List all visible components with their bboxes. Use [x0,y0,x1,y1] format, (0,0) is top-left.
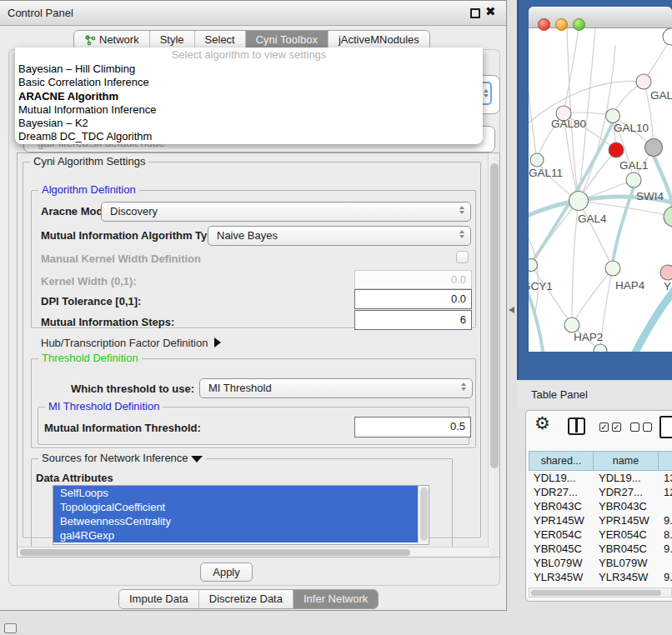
attribute-item-selected[interactable]: SelfLoops [53,486,418,500]
algorithm-option[interactable]: Mutual Information Inference [15,103,483,117]
mi-type-combobox[interactable]: Naive Bayes [208,226,471,246]
tab-style[interactable]: Style [150,31,195,49]
network-node[interactable] [645,139,663,157]
attribute-item-selected[interactable]: gal4RGexp [53,528,418,542]
control-panel-titlebar[interactable]: Control Panel ✖ [0,1,506,26]
tab-cyni-toolbox[interactable]: Cyni Toolbox [246,31,328,49]
manual-kernel-checkbox[interactable] [456,251,469,263]
apply-label: Apply [213,566,240,578]
network-node[interactable] [663,28,672,45]
unchecked-checkbox-icon[interactable] [630,422,639,432]
tab-select[interactable]: Select [195,31,246,49]
scrollbar-thumb[interactable] [531,590,661,596]
node-label: SWI4 [636,190,664,202]
table-panel: ⚙ ✓ ✓ shared...nameA YDL19...YDL19...13Y… [525,410,672,602]
algorithm-option[interactable]: ARACNE Algorithm [15,90,483,103]
table-row[interactable]: YLR345WYLR345W9. [529,570,672,584]
table-horizontal-scrollbar[interactable] [529,588,672,598]
algorithm-option[interactable]: Bayesian – Hill Climbing [15,62,483,76]
table-body[interactable]: YDL19...YDL19...13YDR27...YDR27...12YBR0… [529,471,672,588]
network-node[interactable] [636,74,651,89]
mi-steps-field[interactable]: 6 [354,310,472,330]
gear-icon[interactable]: ⚙ [534,413,550,433]
tab-infer-network[interactable]: Infer Network [293,590,378,608]
table-row[interactable]: YBR043CYBR043C [529,499,672,513]
algorithm-option[interactable]: Bayesian – K2 [15,117,483,130]
collapse-down-icon [191,456,203,462]
table-row[interactable]: YPR145WYPR145W9. [529,513,672,528]
algorithm-option[interactable]: Dream8 DC_TDC Algorithm [15,130,483,143]
vertical-scrollbar[interactable] [488,153,499,548]
zoom-traffic-light-icon[interactable] [573,18,585,31]
network-node[interactable] [609,142,624,158]
apply-button[interactable]: Apply [200,562,253,582]
network-canvas[interactable]: GALGAL80GAL10GAL11GAL1SWI4GAL4GCY1HAP4YH… [529,28,672,352]
checked-checkbox-icon[interactable]: ✓ [599,422,609,432]
scrollbar-thumb[interactable] [420,488,428,541]
network-edge[interactable] [529,62,537,160]
network-node[interactable] [529,259,538,272]
attribute-item-selected[interactable]: TopologicalCoefficient [53,500,418,514]
column-view-icon[interactable] [568,418,585,435]
tab-label: Style [160,31,184,49]
sources-toggle[interactable]: Sources for Network Inference [38,452,206,464]
network-node[interactable] [594,344,607,352]
table-header-row[interactable]: shared...nameA [529,451,672,471]
float-window-icon[interactable] [470,8,480,18]
column-header[interactable]: A [659,451,672,471]
dpi-tolerance-field[interactable]: 0.0 [354,289,472,309]
table-row[interactable]: YDR27...YDR27...12 [529,485,672,499]
scrollbar-thumb[interactable] [20,549,410,556]
group-title: Cyni Algorithm Settings [30,155,148,168]
tab-discretize-data[interactable]: Discretize Data [199,590,293,608]
hub-definition-toggle[interactable]: Hub/Transcription Factor Definition [41,337,221,349]
table-panel-titlebar[interactable]: Table Panel [517,382,672,408]
table-row[interactable]: YBL079WYBL079W [529,556,672,570]
network-edge[interactable] [572,268,613,325]
attribute-item-selected[interactable]: BetweennessCentrality [53,514,418,528]
network-node[interactable] [664,207,672,227]
tab-network[interactable]: Network [74,31,150,49]
network-view-window: GALGAL80GAL10GAL11GAL1SWI4GAL4GCY1HAP4YH… [529,7,672,352]
mi-threshold-field[interactable]: 0.5 [354,417,471,438]
network-edge[interactable] [579,201,613,268]
horizontal-scrollbar[interactable] [18,547,489,557]
network-node[interactable] [606,109,620,123]
network-node[interactable] [660,265,672,280]
node-label: GAL1 [619,159,649,172]
network-edge[interactable] [620,287,672,352]
scrollbar-thumb[interactable] [490,163,499,468]
network-node[interactable] [569,192,589,211]
tab-jactivemnodules[interactable]: jActiveMNodules [328,31,429,49]
tab-impute-data[interactable]: Impute Data [119,590,199,608]
table-row[interactable]: YDL19...YDL19...13 [529,471,672,485]
network-edge[interactable] [564,28,579,113]
table-row[interactable]: YER054CYER054C8. [529,528,672,542]
network-window-titlebar[interactable] [529,7,672,28]
unchecked-checkbox-icon[interactable] [643,422,652,432]
table-cell: 9. [659,513,672,528]
network-node[interactable] [605,261,620,276]
checked-checkbox-icon[interactable]: ✓ [612,422,621,432]
kernel-width-field[interactable]: 0.0 [354,270,472,289]
document-icon[interactable] [659,416,672,438]
table-row[interactable]: YBR045CYBR045C9. [529,542,672,556]
close-traffic-light-icon[interactable] [538,18,550,31]
network-edge[interactable] [654,156,672,213]
which-threshold-combobox[interactable]: MI Threshold [199,378,473,398]
combo-stepper-icon [459,230,464,238]
column-header[interactable]: name [594,451,659,471]
aracne-mode-value: Discovery [110,205,158,218]
close-icon[interactable]: ✖ [485,4,496,19]
minimize-traffic-light-icon[interactable] [555,18,568,31]
aracne-mode-combobox[interactable]: Discovery [101,202,471,222]
dock-panel-icon[interactable] [4,623,17,633]
group-title: MI Threshold Definition [45,400,163,412]
list-scrollbar[interactable] [418,486,429,544]
data-attributes-list[interactable]: SelfLoopsTopologicalCoefficientBetweenne… [53,485,429,545]
node-label: GAL80 [551,118,586,130]
algorithm-option[interactable]: Basic Correlation Inference [15,76,483,89]
network-node[interactable] [530,153,544,167]
network-node[interactable] [626,172,641,188]
column-header[interactable]: shared... [529,451,594,471]
